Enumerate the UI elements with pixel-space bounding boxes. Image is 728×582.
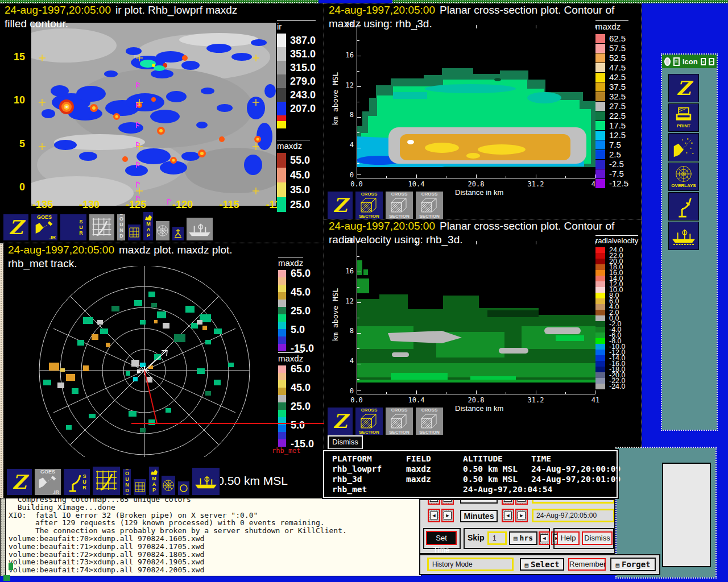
bounds-button[interactable]: BOUNDS	[117, 214, 126, 241]
ship-track-button[interactable]	[186, 217, 213, 241]
title-timestamp: 24-aug-1997,20:05:00	[8, 244, 114, 256]
radar-ppi-display[interactable]	[3, 266, 324, 457]
field-row0[interactable]	[532, 499, 615, 504]
x-axis-ticks: 0.010.420.831.241	[357, 180, 595, 188]
window-title: 24-aug-1997,20:05:00Planar cross-section…	[329, 220, 614, 232]
status-table: PLATFORMFIELDALTITUDETIME rhb_lowprfmaxd…	[323, 450, 618, 498]
map-overlay-button[interactable]: MAP	[143, 211, 154, 241]
xterm-window[interactable]: Compressing colormap...65 unique colors …	[0, 498, 421, 576]
minutes-forward-button[interactable]: ►	[441, 509, 454, 522]
sidebar-satellite-button[interactable]	[668, 133, 699, 161]
zebra-logo-icon: Z	[13, 471, 27, 493]
skip-back-button[interactable]: ◄	[539, 531, 550, 545]
iconify-icon[interactable]: •	[701, 58, 706, 65]
circle-icon	[179, 484, 188, 493]
ship-track-button[interactable]	[192, 467, 220, 496]
cross-section-button-2[interactable]: CROSS SECTION	[385, 407, 413, 435]
set-time-group: Set Time	[423, 528, 461, 549]
window-title-line2: radialvelocity using: rhb_3d.	[329, 234, 463, 246]
x-axis-label: Distance in km	[455, 404, 503, 413]
cross-section-cube-icon	[359, 413, 379, 430]
skip-field[interactable]: 1	[487, 531, 507, 545]
select-button[interactable]: ▤Select	[520, 558, 564, 571]
minutes-back-button[interactable]: ◄	[428, 509, 440, 522]
cross-section-button-3[interactable]: CROSS SECTION	[415, 407, 444, 435]
cross-section-button-1[interactable]: CROSS SECTION	[355, 407, 383, 435]
time-back-button[interactable]: ◄	[502, 509, 514, 522]
step-forward-button-row0b[interactable]: ►	[515, 499, 528, 505]
terminal-line: volume:beaufait:73>xdump.all 970824.1905…	[9, 558, 421, 566]
window-radar-ppi: 24-aug-1997,20:05:00maxdz plot. maxdz pl…	[3, 243, 324, 498]
goes-ir-overlay-button[interactable]: GOES .IR	[31, 214, 58, 241]
circle-overlay-button[interactable]	[177, 481, 190, 496]
step-back-button-row0[interactable]: ◄	[428, 499, 440, 505]
history-mode-bar: History Mode ▤Select Remember ▤Forget	[419, 554, 660, 575]
window-menu-icon[interactable]	[664, 57, 671, 66]
sidebar-radar-button[interactable]	[668, 192, 699, 221]
window-ir-plot: 24-aug-1997,20:05:00ir plot. Rhb_lowprf …	[0, 3, 324, 243]
dismiss-button[interactable]: Dismiss	[582, 531, 613, 545]
surveillance-scan-button[interactable]: SUR	[63, 468, 90, 496]
window-cross-section-maxdz: 24-aug-1997,20:05:00Planar cross-section…	[324, 3, 642, 219]
surveillance-scan-button[interactable]: SUR	[60, 214, 87, 241]
remember-button[interactable]: Remember	[568, 558, 606, 571]
set-time-button[interactable]: Set Time	[426, 531, 457, 545]
cross-section-plot[interactable]	[357, 241, 595, 394]
satellite-ir-image[interactable]	[31, 23, 276, 206]
range-rings-icon	[162, 479, 175, 492]
y-axis-ticks: 151050	[5, 51, 25, 193]
colorbar-title: ir	[277, 20, 316, 31]
status-dismiss-button[interactable]: Dismiss	[328, 435, 363, 450]
maximize-icon[interactable]: ⌐	[709, 58, 714, 65]
zebra-menu-button[interactable]: Z	[327, 407, 353, 435]
minutes-units-button[interactable]: Minutes	[460, 510, 498, 522]
map-overlay-button[interactable]: MAP	[148, 466, 159, 496]
cross-section-button-1[interactable]: CROSS SECTION	[355, 191, 383, 219]
help-button[interactable]: Help	[557, 531, 580, 545]
units-button-row0[interactable]	[460, 499, 498, 504]
map-icon	[150, 469, 158, 476]
time-forward-button[interactable]: ►	[515, 509, 528, 522]
colorbar-maxdz-2: maxdz 65.045.025.05.0-15.0	[278, 352, 303, 447]
history-mode-field[interactable]: History Mode	[427, 558, 514, 571]
step-back-button-row0b[interactable]: ◄	[502, 499, 514, 505]
sidebar-overlays-button[interactable]: OVERLAYS	[668, 163, 699, 191]
grid-button[interactable]	[127, 224, 141, 241]
zebra-menu-button[interactable]: Z	[6, 468, 32, 496]
grid-scan-button[interactable]	[89, 214, 115, 241]
plot-toolbar: Z CROSS SECTION CROSS SECTION CROSS SECT…	[327, 190, 444, 219]
colorbar-ir: ir 387.0351.0315.0279.0243.0207.0	[277, 20, 316, 128]
sidebar-print-button[interactable]: PRINT	[668, 103, 699, 132]
grid-button[interactable]	[133, 479, 147, 496]
sidebar-ship-button[interactable]	[668, 222, 699, 250]
cross-section-button-2[interactable]: CROSS SECTION	[385, 191, 413, 219]
skip-units-button[interactable]: ▤hrs	[509, 531, 537, 545]
terminal-scrollbar[interactable]	[1, 498, 6, 576]
time-field[interactable]: 24-Aug-97,20:05:00	[532, 509, 615, 522]
zebra-menu-button[interactable]: Z	[327, 191, 353, 219]
cross-section-plot[interactable]	[357, 25, 595, 178]
plot-toolbar: Z CROSS SECTION CROSS SECTION CROSS SECT…	[327, 406, 444, 435]
cross-section-cube-icon	[359, 197, 379, 214]
status-header-row: PLATFORMFIELDALTITUDETIME	[324, 454, 617, 464]
title-timestamp: 24-aug-1997,20:05:00	[5, 4, 111, 16]
buoy-icon	[173, 228, 183, 239]
zebra-menu-button[interactable]: Z	[3, 214, 29, 241]
x-axis-ticks: 0.010.420.831.241	[357, 396, 595, 404]
forget-button[interactable]: ▤Forget	[610, 558, 656, 571]
help-dismiss-group: Help Dismiss	[553, 528, 614, 549]
step-forward-button-row0[interactable]: ►	[441, 499, 454, 505]
document-icon[interactable]: ≡	[673, 57, 680, 66]
sidebar-zebra-button[interactable]: Z	[668, 74, 699, 102]
status-row: rhb_met24-Aug-97,20:04:54	[324, 485, 617, 495]
cross-section-button-3[interactable]: CROSS SECTION	[415, 191, 444, 219]
terminal-line: volume:beaufait:72>xdump.all 970824.1805…	[9, 551, 421, 559]
goes-ir-overlay-button[interactable]: GOES .IR	[34, 468, 61, 496]
grid-scan-button[interactable]	[92, 466, 121, 496]
buoy-overlay-button[interactable]	[172, 226, 184, 241]
range-rings-button[interactable]	[155, 221, 170, 241]
window-cross-section-radialvelocity: 24-aug-1997,20:05:00Planar cross-section…	[324, 219, 642, 452]
window-title: 24-aug-1997,20:05:00maxdz plot. maxdz pl…	[8, 244, 233, 256]
range-rings-button[interactable]	[161, 475, 176, 496]
bounds-button[interactable]: BOUNDS	[122, 468, 131, 496]
